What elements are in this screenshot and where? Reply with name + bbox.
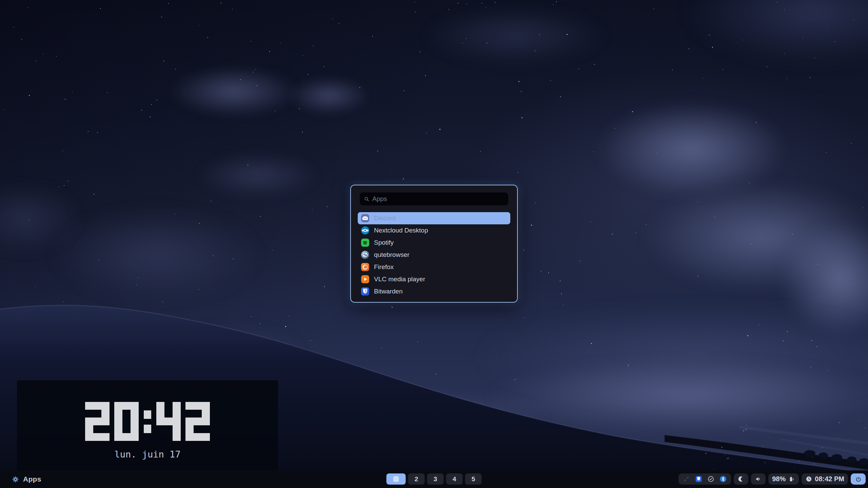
apps-menu-label: Apps (23, 475, 41, 483)
workspace-number: 2 (415, 475, 418, 483)
launcher-app-label: Discord (374, 215, 396, 222)
bluetooth-icon[interactable] (719, 475, 727, 483)
volume-button[interactable] (751, 473, 766, 485)
launcher-app-label: Nextcloud Desktop (374, 227, 428, 234)
sync-icon[interactable] (683, 475, 690, 483)
workspace-pill-1[interactable] (387, 473, 406, 485)
launcher-app-label: Firefox (374, 263, 394, 271)
moon-icon (737, 475, 745, 483)
clock-indicator[interactable]: 08:42 PM (802, 473, 848, 485)
taskbar: Apps 2345 98% 08:42 PM (0, 470, 868, 488)
nextcloud-icon (361, 226, 370, 235)
check-circle-icon[interactable] (707, 475, 714, 483)
workspace-switcher: 2345 (387, 473, 482, 485)
search-icon (363, 196, 370, 202)
clock-widget: lun. juin 17 (17, 380, 278, 471)
cloud (197, 152, 319, 198)
launcher-app-row[interactable]: Firefox (358, 261, 510, 273)
launcher-app-row[interactable]: Nextcloud Desktop (358, 224, 510, 237)
workspace-pill-2[interactable]: 2 (408, 473, 425, 485)
vlc-icon (361, 275, 370, 284)
battery-indicator[interactable]: 98% (768, 473, 799, 485)
clock-date: lun. juin 17 (17, 449, 278, 460)
launcher-app-label: Bitwarden (374, 288, 403, 295)
workspace-pill-4[interactable]: 4 (446, 473, 463, 485)
cloud (288, 76, 370, 115)
launcher-app-label: Spotify (374, 239, 394, 246)
launcher-search-input[interactable] (372, 195, 505, 203)
launcher-app-row[interactable]: Bitwarden (358, 285, 510, 298)
cloud (170, 66, 298, 117)
discord-icon (361, 214, 370, 223)
battery-charging-icon (788, 475, 795, 483)
cloud (424, 7, 607, 64)
clock-time-display (17, 380, 278, 441)
tray-clock-time: 08:42 PM (815, 475, 844, 483)
spotify-icon (361, 238, 370, 247)
qutebrowser-icon (361, 250, 370, 259)
tray-status-group (678, 473, 731, 485)
launcher-app-label: VLC media player (374, 276, 425, 283)
gear-icon (12, 475, 19, 483)
workspace-number: 5 (472, 475, 475, 483)
battery-percent: 98% (772, 475, 786, 483)
cloud (597, 102, 787, 197)
bitwarden-tray-icon[interactable] (695, 475, 702, 483)
speaker-icon (755, 475, 762, 483)
system-tray: 98% 08:42 PM (678, 473, 866, 485)
launcher-search-box[interactable] (360, 192, 508, 205)
launcher-app-list: Discord Nextcloud Desktop Spotify qutebr… (358, 212, 510, 298)
workspace-number: 4 (453, 475, 456, 483)
launcher-app-label: qutebrowser (374, 251, 410, 259)
clock-icon (805, 475, 812, 483)
launcher-app-row[interactable]: Spotify (358, 237, 510, 249)
power-icon (855, 476, 862, 483)
night-light-button[interactable] (734, 473, 748, 485)
active-workspace-indicator (393, 476, 399, 482)
launcher-app-row[interactable]: Discord (358, 212, 510, 224)
workspace-pill-5[interactable]: 5 (465, 473, 482, 485)
workspace-pill-3[interactable]: 3 (427, 473, 444, 485)
firefox-icon (361, 263, 370, 271)
workspace-number: 3 (434, 475, 437, 483)
apps-menu-button[interactable]: Apps (12, 470, 41, 488)
launcher-app-row[interactable]: qutebrowser (358, 249, 510, 261)
app-launcher: Discord Nextcloud Desktop Spotify qutebr… (350, 185, 518, 303)
bitwarden-icon (361, 287, 370, 296)
power-button[interactable] (851, 473, 866, 485)
launcher-app-row[interactable]: VLC media player (358, 273, 510, 285)
